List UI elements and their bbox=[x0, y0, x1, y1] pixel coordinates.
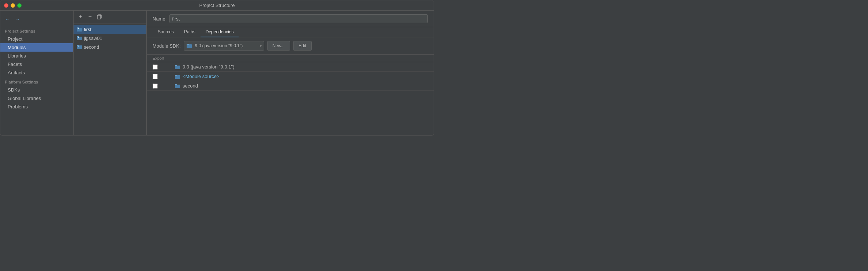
module-name-jigsaw01: jigsaw01 bbox=[84, 36, 102, 41]
window-title: Project Structure bbox=[199, 3, 235, 8]
dependencies-table: Export 9.0 (java version "9.0.1") bbox=[147, 55, 434, 135]
platform-settings-header: Platform Settings bbox=[0, 77, 73, 86]
module-name-second: second bbox=[84, 44, 99, 50]
name-label: Name: bbox=[153, 16, 167, 22]
tabs-row: Sources Paths Dependencies bbox=[147, 27, 434, 37]
forward-arrow[interactable]: → bbox=[14, 15, 22, 23]
title-bar: Project Structure bbox=[0, 0, 434, 11]
svg-rect-1 bbox=[97, 15, 101, 19]
svg-rect-12 bbox=[187, 44, 189, 45]
dep-name-cell-sdk: 9.0 (java version "9.0.1") bbox=[175, 64, 428, 70]
main-content: ← → Project Settings Project Modules Lib… bbox=[0, 11, 434, 135]
module-item-second[interactable]: second bbox=[74, 42, 146, 51]
sidebar: ← → Project Settings Project Modules Lib… bbox=[0, 11, 74, 135]
export-checkbox-module-source[interactable] bbox=[153, 74, 158, 79]
sidebar-item-problems[interactable]: Problems bbox=[0, 103, 73, 111]
svg-rect-10 bbox=[78, 46, 79, 47]
traffic-lights bbox=[4, 3, 22, 8]
sidebar-item-sdks[interactable]: SDKs bbox=[0, 86, 73, 94]
table-header: Export bbox=[147, 55, 434, 62]
sidebar-item-libraries[interactable]: Libraries bbox=[0, 52, 73, 60]
export-cell-module-source bbox=[153, 74, 175, 79]
close-button[interactable] bbox=[4, 3, 8, 8]
module-panel: + − first bbox=[74, 11, 147, 135]
name-input[interactable] bbox=[169, 14, 428, 23]
project-structure-window: Project Structure ← → Project Settings P… bbox=[0, 0, 434, 136]
dep-name-cell-module-source: <Module source> bbox=[175, 74, 428, 79]
sdk-new-button[interactable]: New... bbox=[267, 41, 290, 51]
module-folder-icon-jigsaw bbox=[76, 35, 82, 41]
module-folder-icon bbox=[76, 26, 82, 32]
copy-icon bbox=[97, 14, 102, 19]
export-checkbox-sdk[interactable] bbox=[153, 64, 158, 70]
dep-name-second: second bbox=[183, 83, 198, 89]
back-arrow[interactable]: ← bbox=[3, 15, 11, 23]
module-folder-icon-second bbox=[76, 44, 82, 50]
name-row: Name: bbox=[147, 11, 434, 27]
dependency-row-second[interactable]: second bbox=[147, 81, 434, 91]
dep-name-sdk: 9.0 (java version "9.0.1") bbox=[183, 64, 234, 70]
minimize-button[interactable] bbox=[11, 3, 15, 8]
project-settings-header: Project Settings bbox=[0, 26, 73, 35]
dropdown-arrow-icon: ▾ bbox=[260, 44, 262, 48]
dependency-row-sdk[interactable]: 9.0 (java version "9.0.1") bbox=[147, 62, 434, 72]
tab-paths[interactable]: Paths bbox=[179, 27, 201, 37]
sdk-label: Module SDK: bbox=[153, 43, 181, 49]
dep-name-cell-second: second bbox=[175, 83, 428, 89]
module-name-first: first bbox=[84, 27, 91, 32]
sidebar-item-facets[interactable]: Facets bbox=[0, 60, 73, 68]
export-cell-sdk bbox=[153, 64, 175, 70]
export-checkbox-second[interactable] bbox=[153, 83, 158, 89]
sdk-dropdown[interactable]: 9.0 (java version "9.0.1") ▾ bbox=[184, 41, 264, 51]
module-toolbar: + − bbox=[74, 11, 146, 23]
sdk-dep-folder-icon bbox=[175, 64, 180, 70]
export-column-header: Export bbox=[153, 56, 175, 60]
sidebar-item-artifacts[interactable]: Artifacts bbox=[0, 68, 73, 77]
svg-rect-18 bbox=[175, 84, 177, 85]
copy-module-button[interactable] bbox=[96, 13, 104, 21]
dependency-row-module-source[interactable]: <Module source> bbox=[147, 72, 434, 81]
add-module-button[interactable]: + bbox=[76, 13, 85, 21]
module-item-jigsaw01[interactable]: jigsaw01 bbox=[74, 34, 146, 42]
sidebar-item-global-libraries[interactable]: Global Libraries bbox=[0, 94, 73, 103]
sdk-folder-icon bbox=[186, 43, 192, 49]
sidebar-item-modules[interactable]: Modules bbox=[0, 43, 73, 52]
sdk-row: Module SDK: 9.0 (java version "9.0.1") ▾… bbox=[147, 37, 434, 55]
detail-panel: Name: Sources Paths Dependencies Module … bbox=[147, 11, 434, 135]
svg-rect-14 bbox=[175, 65, 177, 66]
svg-rect-16 bbox=[175, 75, 177, 76]
svg-rect-7 bbox=[78, 37, 79, 38]
second-module-folder-icon bbox=[175, 83, 180, 89]
sdk-edit-button[interactable]: Edit bbox=[293, 41, 312, 51]
module-list: first jigsaw01 bbox=[74, 23, 146, 135]
module-item-first[interactable]: first bbox=[74, 25, 146, 34]
nav-arrows: ← → bbox=[0, 14, 73, 26]
export-cell-second bbox=[153, 83, 175, 89]
dep-name-module-source: <Module source> bbox=[183, 74, 219, 79]
sidebar-item-project[interactable]: Project bbox=[0, 35, 73, 43]
sdk-value: 9.0 (java version "9.0.1") bbox=[195, 43, 243, 48]
remove-module-button[interactable]: − bbox=[86, 13, 94, 21]
maximize-button[interactable] bbox=[17, 3, 22, 8]
tab-dependencies[interactable]: Dependencies bbox=[201, 27, 239, 37]
source-folder-icon bbox=[175, 74, 180, 79]
tab-sources[interactable]: Sources bbox=[153, 27, 179, 37]
svg-rect-4 bbox=[78, 28, 79, 29]
